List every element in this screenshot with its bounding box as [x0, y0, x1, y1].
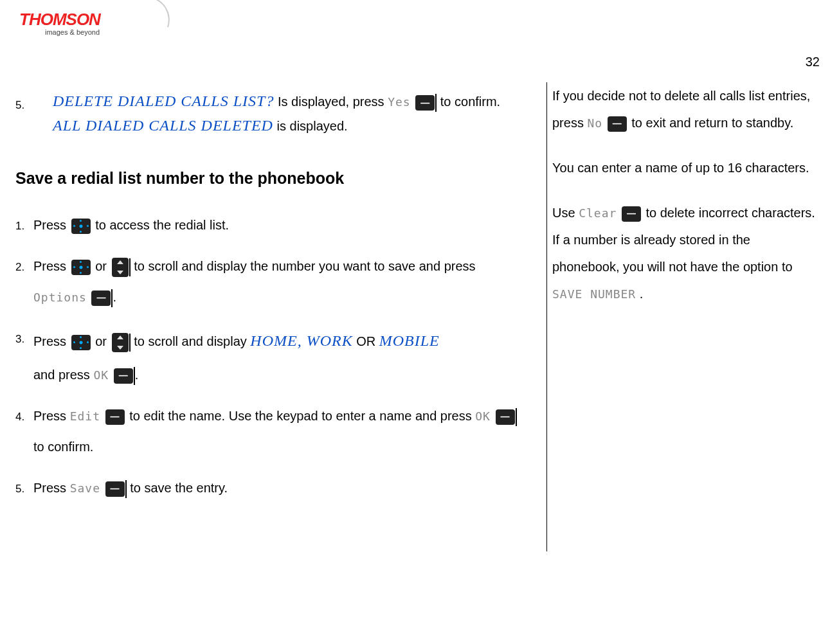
side-column: If you decide not to delete all calls li…	[546, 82, 816, 551]
lcd-confirm: ALL DIALED CALLS DELETED	[53, 117, 273, 134]
lcd-option: HOME, WORK	[250, 332, 352, 349]
step-body: Press Save — to save the entry.	[33, 472, 527, 503]
step-item: 5. DELETE DIALED CALLS LIST? Is displaye…	[15, 89, 527, 138]
step-body: Press or to scroll and display the numbe…	[33, 251, 527, 312]
side-note: Use Clear — to delete incorrect characte…	[552, 199, 816, 226]
key-edge-icon	[435, 94, 437, 112]
section-heading: Save a redial list number to the phonebo…	[15, 169, 527, 188]
step-body: DELETE DIALED CALLS LIST? Is displayed, …	[33, 89, 527, 138]
lcd-prompt: DELETE DIALED CALLS LIST?	[53, 93, 274, 109]
softkey-label: Options	[33, 291, 87, 304]
lcd-text: SAVE NUMBER	[552, 287, 636, 301]
nav-pad-icon	[71, 335, 91, 350]
lcd-option: MOBILE	[379, 332, 440, 349]
softkey-label: OK	[93, 368, 109, 382]
softkey-label: Yes	[388, 95, 411, 109]
step-number: 5.	[15, 472, 33, 496]
nav-pad-icon	[71, 260, 91, 275]
step-number: 4.	[15, 400, 33, 424]
side-note: If you decide not to delete all calls li…	[552, 82, 816, 136]
scroll-updown-icon	[112, 333, 129, 352]
softkey-button-icon: —	[622, 206, 641, 222]
softkey-label: Save	[70, 481, 100, 495]
step-body: Press Edit — to edit the name. Use the k…	[33, 400, 527, 462]
softkey-label: No	[587, 116, 602, 130]
softkey-button-icon: —	[114, 368, 133, 384]
brand-logo: THOMSON images & beyond	[19, 10, 148, 51]
step-body: Press or to scroll and display HOME, WOR…	[33, 323, 527, 391]
softkey-label: Clear	[579, 206, 617, 220]
step-item: 2. Press or to scroll and display the nu…	[15, 251, 527, 312]
softkey-button-icon: —	[415, 95, 435, 111]
softkey-button-icon: —	[91, 291, 111, 306]
key-edge-icon	[129, 334, 131, 352]
scroll-updown-icon	[112, 258, 129, 277]
softkey-button-icon: —	[105, 481, 125, 497]
step-item: 4. Press Edit — to edit the name. Use th…	[15, 400, 527, 462]
step-body: Press to access the redial list.	[33, 210, 527, 240]
softkey-label: OK	[475, 409, 491, 423]
step-item: 3. Press or to scroll and display HOME, …	[15, 323, 527, 391]
step-number: 5.	[15, 89, 33, 112]
main-column: 5. DELETE DIALED CALLS LIST? Is displaye…	[15, 89, 527, 514]
softkey-label: Edit	[70, 409, 100, 423]
key-edge-icon	[516, 408, 517, 426]
step-number: 3.	[15, 323, 33, 346]
softkey-button-icon: —	[496, 409, 515, 425]
key-edge-icon	[129, 258, 131, 276]
side-note: You can enter a name of up to 16 charact…	[552, 154, 816, 181]
step-item: 5. Press Save — to save the entry.	[15, 472, 527, 503]
step-number: 2.	[15, 251, 33, 274]
key-edge-icon	[125, 480, 127, 498]
step-number: 1.	[15, 210, 33, 233]
softkey-button-icon: —	[105, 409, 125, 425]
softkey-button-icon: —	[608, 116, 627, 132]
nav-pad-icon	[71, 219, 91, 234]
page-number: 32	[806, 55, 820, 69]
side-note: If a number is already stored in the pho…	[552, 226, 816, 307]
step-item: 1. Press to access the redial list.	[15, 210, 527, 240]
